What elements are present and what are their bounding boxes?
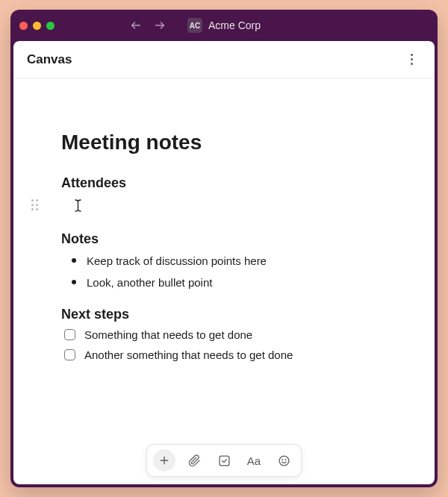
plus-icon	[158, 454, 170, 466]
titlebar: AC Acme Corp	[10, 10, 438, 41]
window-controls	[19, 22, 55, 30]
emoji-button[interactable]	[273, 449, 295, 472]
document-body[interactable]: Meeting notes Attendees Notes Keep track…	[13, 78, 435, 484]
workspace-badge: AC	[187, 18, 202, 33]
section-heading-next-steps[interactable]: Next steps	[61, 307, 387, 322]
checklist-item[interactable]: Something that needs to get done	[64, 328, 387, 341]
checklist-item-label[interactable]: Something that needs to get done	[84, 328, 252, 341]
svg-point-6	[282, 459, 283, 460]
workspace-switcher[interactable]: AC Acme Corp	[187, 18, 261, 33]
app-window: AC Acme Corp Canvas Meeting notes Attend…	[10, 10, 438, 487]
checklist[interactable]: Something that needs to get done Another…	[64, 328, 387, 361]
bullet-item[interactable]: Keep track of discussion points here	[70, 253, 387, 269]
add-block-button[interactable]	[153, 449, 175, 472]
text-format-button[interactable]: Aa	[243, 454, 265, 467]
checklist-button[interactable]	[213, 449, 235, 472]
svg-point-5	[279, 456, 289, 466]
svg-rect-4	[220, 456, 229, 466]
back-button[interactable]	[129, 19, 143, 32]
smile-icon	[278, 454, 290, 467]
attach-button[interactable]	[183, 449, 205, 472]
checkbox[interactable]	[64, 329, 75, 340]
checklist-item-label[interactable]: Another something that needs to get done	[84, 348, 293, 361]
section-heading-notes[interactable]: Notes	[61, 231, 387, 247]
minimize-window-button[interactable]	[33, 22, 41, 30]
page-title: Canvas	[27, 52, 72, 67]
check-square-icon	[218, 454, 231, 467]
checklist-item[interactable]: Another something that needs to get done	[64, 348, 387, 361]
more-options-button[interactable]	[402, 50, 421, 69]
forward-button[interactable]	[153, 19, 167, 32]
content-frame: Canvas Meeting notes Attendees Notes	[13, 41, 435, 484]
drag-handle-icon[interactable]	[31, 199, 40, 211]
maximize-window-button[interactable]	[46, 22, 55, 30]
svg-point-7	[285, 459, 286, 460]
content-header: Canvas	[13, 41, 435, 78]
paperclip-icon	[188, 454, 201, 467]
checkbox[interactable]	[64, 349, 75, 360]
notes-bullet-list[interactable]: Keep track of discussion points here Loo…	[70, 253, 387, 290]
workspace-name: Acme Corp	[208, 19, 261, 31]
floating-toolbar: Aa	[146, 444, 302, 477]
doc-title[interactable]: Meeting notes	[61, 131, 387, 154]
history-nav	[129, 19, 167, 32]
empty-line[interactable]	[31, 197, 387, 213]
section-heading-attendees[interactable]: Attendees	[61, 175, 387, 191]
bullet-item[interactable]: Look, another bullet point	[70, 275, 387, 290]
close-window-button[interactable]	[19, 22, 28, 30]
text-cursor-icon	[75, 199, 81, 211]
